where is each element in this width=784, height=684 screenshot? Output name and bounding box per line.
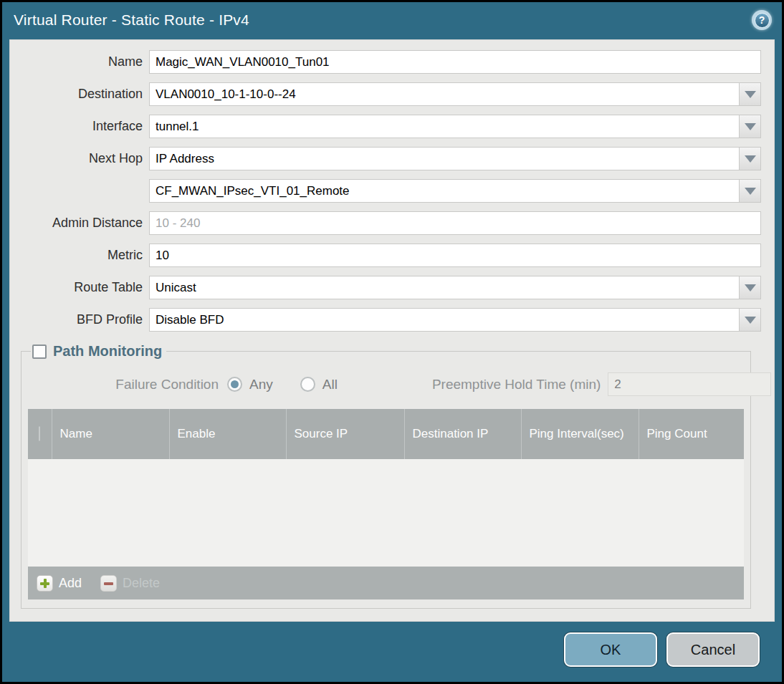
destination-input[interactable] — [149, 82, 739, 106]
add-button-label: Add — [59, 576, 82, 591]
dialog-content: Name Destination Interface — [9, 39, 775, 622]
radio-all-label: All — [322, 377, 338, 392]
admin-distance-input[interactable] — [149, 211, 761, 235]
admin-distance-row: Admin Distance — [10, 211, 761, 235]
name-input[interactable] — [149, 50, 761, 74]
question-mark-glyph: ? — [755, 13, 770, 28]
delete-button-label: Delete — [123, 576, 160, 591]
destination-label: Destination — [10, 87, 149, 102]
failure-condition-row: Failure Condition Any All Preemptive Hol… — [28, 372, 744, 396]
interface-input[interactable] — [149, 115, 739, 138]
path-monitoring-title: Path Monitoring — [53, 343, 162, 360]
next-hop-address-row — [10, 179, 761, 203]
path-monitoring-section: Path Monitoring Failure Condition Any Al… — [21, 343, 751, 609]
column-header-name: Name — [52, 409, 169, 459]
next-hop-address-input[interactable] — [149, 179, 739, 203]
column-header-ping-count: Ping Count — [639, 409, 744, 459]
table-toolbar: Add Delete — [28, 567, 744, 599]
column-header-source-ip: Source IP — [286, 409, 404, 459]
help-icon[interactable]: ? — [752, 10, 772, 30]
select-all-cell — [28, 409, 52, 459]
column-header-destination-ip: Destination IP — [404, 409, 521, 459]
add-button[interactable]: Add — [37, 575, 82, 592]
metric-label: Metric — [10, 248, 149, 263]
dialog-title: Virtual Router - Static Route - IPv4 — [14, 11, 752, 29]
static-route-dialog: Virtual Router - Static Route - IPv4 ? N… — [0, 0, 784, 684]
interface-dropdown-button[interactable] — [739, 115, 761, 138]
interface-row: Interface — [10, 115, 761, 138]
failure-condition-options: Any All — [227, 377, 358, 392]
cancel-button[interactable]: Cancel — [666, 632, 760, 667]
chevron-down-icon — [745, 284, 756, 292]
failure-condition-label: Failure Condition — [28, 377, 227, 392]
route-table-label: Route Table — [10, 280, 149, 295]
path-monitoring-table: Name Enable Source IP Destination IP Pin… — [28, 409, 744, 567]
delete-button[interactable]: Delete — [100, 575, 160, 592]
dialog-footer: OK Cancel — [2, 623, 782, 682]
route-table-input[interactable] — [149, 276, 739, 299]
chevron-down-icon — [745, 317, 756, 324]
bfd-profile-dropdown-button[interactable] — [739, 308, 761, 332]
path-monitoring-legend: Path Monitoring — [31, 343, 166, 360]
ok-button[interactable]: OK — [564, 632, 657, 667]
next-hop-row: Next Hop — [10, 147, 761, 170]
metric-row: Metric — [10, 244, 761, 267]
next-hop-type-input[interactable] — [149, 147, 739, 170]
column-header-enable: Enable — [169, 409, 286, 459]
minus-icon — [100, 575, 117, 592]
preemptive-hold-time-input[interactable] — [608, 372, 771, 396]
preemptive-hold-time-label: Preemptive Hold Time (min) — [432, 377, 608, 392]
destination-row: Destination — [10, 82, 761, 106]
next-hop-dropdown-button[interactable] — [739, 147, 761, 170]
empty-rows-area — [28, 459, 744, 567]
column-header-ping-interval: Ping Interval(sec) — [521, 409, 639, 459]
admin-distance-label: Admin Distance — [10, 216, 149, 231]
bfd-profile-row: BFD Profile — [10, 308, 761, 332]
name-row: Name — [10, 50, 761, 74]
dialog-titlebar: Virtual Router - Static Route - IPv4 ? — [2, 2, 782, 38]
bfd-profile-input[interactable] — [149, 308, 739, 332]
chevron-down-icon — [745, 155, 756, 163]
bfd-profile-label: BFD Profile — [10, 312, 149, 327]
interface-label: Interface — [10, 119, 149, 134]
plus-icon — [37, 575, 53, 592]
radio-any-label: Any — [249, 377, 273, 392]
empty-table-body — [28, 459, 744, 567]
route-table-row: Route Table — [10, 276, 761, 299]
radio-all[interactable] — [300, 377, 315, 392]
select-all-checkbox[interactable] — [39, 426, 40, 441]
chevron-down-icon — [745, 91, 756, 98]
destination-dropdown-button[interactable] — [739, 82, 761, 106]
name-label: Name — [10, 54, 149, 69]
chevron-down-icon — [745, 188, 756, 195]
next-hop-label: Next Hop — [10, 151, 149, 166]
radio-any[interactable] — [227, 377, 242, 392]
next-hop-address-dropdown-button[interactable] — [739, 179, 761, 203]
chevron-down-icon — [745, 123, 756, 130]
path-monitoring-checkbox[interactable] — [32, 345, 47, 359]
metric-input[interactable] — [149, 244, 761, 267]
route-table-dropdown-button[interactable] — [739, 276, 761, 299]
table-header-row: Name Enable Source IP Destination IP Pin… — [28, 409, 744, 459]
